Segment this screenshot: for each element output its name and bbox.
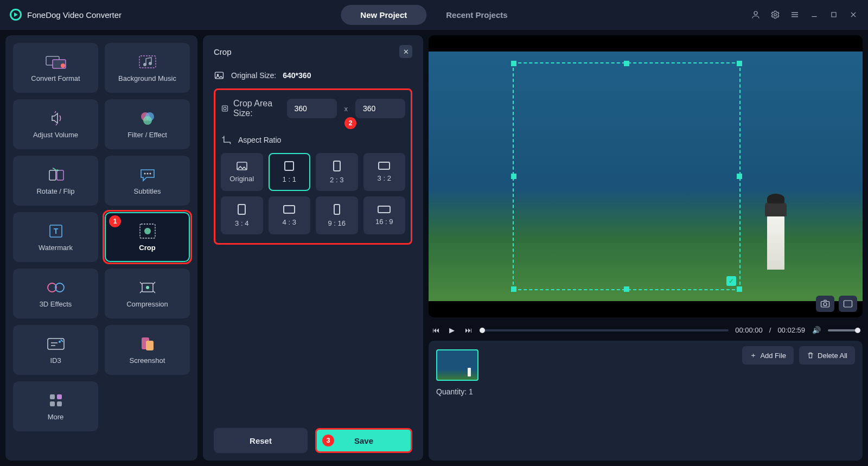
save-button-label: Save [354, 436, 373, 445]
volume-icon[interactable]: 🔊 [812, 326, 821, 334]
aspect-3-2[interactable]: 3 : 2 [363, 153, 406, 191]
svg-rect-39 [50, 394, 55, 399]
crop-footer-buttons: Reset 3 Save [214, 419, 412, 453]
3d-effects-icon [46, 279, 66, 296]
maximize-icon[interactable] [827, 8, 841, 22]
delete-all-label: Delete All [818, 352, 847, 360]
svg-point-23 [149, 173, 151, 174]
tool-more[interactable]: More [13, 381, 98, 431]
svg-rect-6 [832, 12, 836, 17]
crop-width-input[interactable] [287, 99, 337, 118]
svg-point-17 [143, 116, 152, 125]
add-file-label: Add File [760, 352, 786, 360]
aspect-shape-icon [238, 204, 246, 215]
tool-watermark[interactable]: T Watermark [13, 212, 98, 262]
crop-handle-se[interactable] [737, 286, 742, 292]
svg-text:T: T [53, 227, 58, 235]
video-preview[interactable]: ✓ [429, 35, 863, 317]
svg-rect-41 [50, 401, 55, 406]
tool-id3[interactable]: ID3 [13, 325, 98, 375]
preview-column: ✓ ⏮ ▶ ⏭ 00:00:00 / 00:02:59 🔊 ＋ Add File [429, 35, 863, 461]
tool-label: Filter / Effect [127, 131, 167, 139]
crop-area-icon [221, 103, 229, 114]
tool-label: Compression [126, 300, 168, 308]
close-panel-icon[interactable]: ✕ [399, 45, 412, 58]
svg-rect-45 [222, 106, 228, 111]
snapshot-icon[interactable] [816, 296, 834, 312]
convert-format-icon [45, 54, 67, 70]
crop-height-input[interactable] [355, 99, 405, 118]
more-icon [48, 392, 63, 408]
aspect-shape-icon [283, 205, 295, 214]
play-icon[interactable]: ▶ [447, 326, 457, 334]
aspect-original[interactable]: Original [221, 153, 263, 191]
aspect-original-icon [237, 162, 247, 170]
settings-icon[interactable] [768, 8, 782, 22]
crop-handle-n[interactable] [624, 61, 629, 66]
tool-filter-effect[interactable]: Filter / Effect [105, 99, 190, 149]
tool-background-music[interactable]: Background Music [105, 43, 190, 93]
aspect-ratio-label: Aspect Ratio [238, 136, 281, 144]
callout-badge-2: 2 [344, 117, 356, 129]
svg-point-1 [774, 14, 777, 16]
timeline-slider[interactable] [480, 329, 729, 331]
tool-convert-format[interactable]: Convert Format [13, 43, 98, 93]
tool-adjust-volume[interactable]: Adjust Volume [13, 99, 98, 149]
tool-rotate-flip[interactable]: Rotate / Flip [13, 156, 98, 206]
close-window-icon[interactable] [846, 8, 860, 22]
tab-new-project[interactable]: New Project [341, 5, 426, 25]
tool-screenshot[interactable]: Screenshot [105, 325, 190, 375]
volume-slider[interactable] [828, 329, 860, 331]
fullscreen-icon[interactable] [839, 296, 857, 312]
aspect-2-3[interactable]: 2 : 3 [316, 153, 358, 191]
crop-handle-e[interactable] [737, 174, 742, 179]
crop-handle-w[interactable] [511, 174, 516, 179]
add-file-button[interactable]: ＋ Add File [742, 346, 794, 365]
time-current: 00:00:00 [735, 326, 763, 334]
watermark-icon: T [48, 223, 64, 239]
crop-size-separator: x [341, 105, 352, 113]
app-logo-icon [10, 9, 22, 21]
time-sep: / [769, 326, 771, 334]
tool-3d-effects[interactable]: 3D Effects [13, 269, 98, 318]
file-thumbnail[interactable] [436, 349, 478, 381]
tool-label: Rotate / Flip [36, 187, 74, 195]
tool-compression[interactable]: Compression [105, 269, 190, 318]
aspect-16-9[interactable]: 16 : 9 [363, 196, 406, 234]
id3-icon [47, 336, 65, 352]
svg-rect-48 [821, 302, 829, 308]
crop-selection[interactable]: ✓ [513, 62, 741, 290]
svg-marker-20 [57, 169, 59, 171]
crop-form-callout: 2 Crop Area Size: x Aspect Ratio Origina… [214, 88, 412, 245]
crop-handle-s[interactable] [624, 286, 629, 292]
crop-handle-sw[interactable] [511, 286, 516, 292]
crop-handle-nw[interactable] [511, 61, 516, 66]
account-icon[interactable] [749, 8, 763, 22]
quantity-row: Quantity: 1 [436, 387, 855, 396]
reset-button[interactable]: Reset [214, 428, 308, 453]
aspect-label-text: 16 : 9 [375, 218, 393, 226]
delete-all-button[interactable]: Delete All [799, 346, 855, 365]
aspect-4-3[interactable]: 4 : 3 [269, 196, 311, 234]
aspect-ratio-grid: Original 1 : 1 2 : 3 3 : 2 3 : 4 4 : 3 9… [221, 153, 405, 234]
menu-icon[interactable] [788, 8, 802, 22]
original-size-value: 640*360 [283, 71, 311, 80]
tool-subtitles[interactable]: Subtitles [105, 156, 190, 206]
player-controls: ⏮ ▶ ⏭ 00:00:00 / 00:02:59 🔊 [429, 323, 863, 335]
prev-frame-icon[interactable]: ⏮ [431, 326, 441, 334]
callout-badge-1: 1 [109, 215, 121, 227]
aspect-1-1[interactable]: 1 : 1 [269, 153, 311, 191]
rotate-flip-icon [47, 167, 65, 183]
crop-handle-ne[interactable] [737, 61, 742, 66]
tab-recent-projects[interactable]: Recent Projects [426, 5, 527, 25]
tool-label: Adjust Volume [33, 131, 78, 139]
save-button[interactable]: 3 Save [315, 428, 412, 453]
aspect-3-4[interactable]: 3 : 4 [221, 196, 263, 234]
aspect-9-16[interactable]: 9 : 16 [316, 196, 358, 234]
tool-sidebar: Convert Format Background Music Adjust V… [5, 35, 197, 461]
next-frame-icon[interactable]: ⏭ [463, 326, 473, 334]
crop-confirm-icon[interactable]: ✓ [726, 276, 736, 286]
preview-corner-buttons [816, 296, 857, 312]
svg-point-22 [146, 173, 148, 174]
minimize-icon[interactable] [807, 8, 821, 22]
